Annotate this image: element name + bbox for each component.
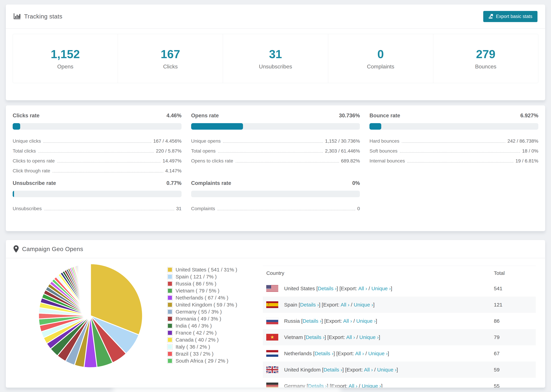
geo-title: Campaign Geo Opens bbox=[22, 245, 83, 252]
slash: / bbox=[367, 286, 371, 291]
export-all-link[interactable]: All › bbox=[358, 286, 367, 291]
export-icon bbox=[488, 14, 494, 19]
country-cell: United Kingdom [Details ›] [Export: All … bbox=[263, 366, 494, 373]
flag-es-icon bbox=[266, 301, 278, 308]
detail-row: Unique opens1,152 / 30.736% bbox=[191, 136, 360, 146]
detail-row: Unique clicks167 / 4.456% bbox=[13, 136, 182, 146]
bracket: ] bbox=[391, 286, 392, 291]
table-row: United Kingdom [Details ›] [Export: All … bbox=[263, 362, 536, 378]
bar-chart-icon bbox=[14, 13, 21, 20]
detail-row-label: Unique clicks bbox=[13, 138, 41, 144]
bracket: ] bbox=[381, 383, 382, 388]
tracking-stats-card: Tracking stats Export basic stats 1,152O… bbox=[6, 4, 545, 100]
detail-row: Internal bounces19 / 6.81% bbox=[369, 156, 538, 166]
stat-value: 1,152 bbox=[51, 47, 80, 61]
bracket: [ bbox=[315, 286, 318, 291]
table-row: Spain [Details ›] [Export: All › / Uniqu… bbox=[263, 297, 536, 313]
export-unique-link[interactable]: Unique › bbox=[377, 367, 396, 372]
legend-swatch bbox=[167, 295, 173, 301]
details-link[interactable]: Details › bbox=[306, 334, 325, 340]
geo-legend: United States ( 541 / 31% )Spain ( 121 /… bbox=[167, 266, 237, 364]
table-row: Netherlands [Details ›] [Export: All › /… bbox=[263, 345, 536, 362]
rate-panel-bounce-rate: Bounce rate6.927%Hard bounces242 / 86.73… bbox=[369, 112, 538, 176]
progress-bar bbox=[191, 123, 360, 130]
dotted-leader bbox=[402, 142, 505, 143]
legend-swatch bbox=[167, 267, 173, 273]
detail-row-label: Unsubscribes bbox=[13, 206, 42, 211]
slash: / bbox=[364, 351, 368, 356]
export-unique-link[interactable]: Unique › bbox=[354, 302, 373, 308]
progress-bar-fill bbox=[13, 191, 14, 197]
dotted-leader bbox=[218, 210, 355, 210]
export-unique-link[interactable]: Unique › bbox=[368, 351, 388, 356]
stat-box: 279Bounces bbox=[433, 34, 538, 83]
legend-label: Italy ( 36 / 2% ) bbox=[176, 344, 210, 350]
bracket: [ bbox=[321, 367, 324, 372]
geo-table: Country Total United States [Details ›] … bbox=[263, 266, 536, 388]
flag-gb-icon bbox=[266, 366, 278, 373]
export-all-link[interactable]: All › bbox=[349, 383, 357, 388]
legend-item: Canada ( 40 / 2% ) bbox=[167, 336, 237, 343]
total-cell: 67 bbox=[494, 351, 536, 357]
detail-row: Clicks to opens rate14.497% bbox=[13, 156, 182, 166]
tracking-stats-header: Tracking stats Export basic stats bbox=[6, 4, 545, 29]
legend-item: Russia ( 86 / 5% ) bbox=[167, 280, 237, 287]
stat-box: 31Unsubscribes bbox=[223, 34, 328, 83]
legend-label: Canada ( 40 / 2% ) bbox=[176, 337, 219, 343]
export-all-link[interactable]: All › bbox=[343, 318, 352, 324]
details-link[interactable]: Details › bbox=[315, 351, 333, 356]
detail-row-value: 0 bbox=[357, 206, 360, 211]
export-all-link[interactable]: All › bbox=[340, 302, 349, 308]
stat-label: Clicks bbox=[163, 63, 178, 70]
rate-panel-title: Bounce rate bbox=[369, 112, 400, 119]
export-basic-stats-button[interactable]: Export basic stats bbox=[483, 11, 537, 22]
legend-label: France ( 42 / 2% ) bbox=[176, 330, 217, 336]
rate-panel-rows: Unsubscribes31 bbox=[13, 204, 182, 214]
legend-label: South Africa ( 29 / 2% ) bbox=[176, 358, 228, 364]
stat-box: 0Complaints bbox=[328, 34, 433, 83]
details-link[interactable]: Details › bbox=[318, 286, 337, 291]
country-links: Spain [Details ›] [Export: All › / Uniqu… bbox=[284, 302, 374, 308]
export-unique-link[interactable]: Unique › bbox=[356, 318, 376, 324]
rate-panel-percent: 30.736% bbox=[339, 112, 360, 119]
export-all-link[interactable]: All › bbox=[346, 334, 355, 340]
legend-item: Spain ( 121 / 7% ) bbox=[167, 273, 237, 280]
detail-row-value: 689.82% bbox=[341, 158, 360, 164]
dotted-leader bbox=[400, 152, 520, 153]
detail-row-value: 31 bbox=[176, 206, 182, 211]
detail-row-label: Complaints bbox=[191, 206, 215, 211]
detail-row-value: 2,303 / 61.446% bbox=[325, 148, 360, 154]
stat-label: Complaints bbox=[367, 63, 394, 70]
country-links: United States [Details ›] [Export: All ›… bbox=[284, 286, 392, 291]
export-unique-link[interactable]: Unique › bbox=[359, 334, 379, 340]
legend-label: United States ( 541 / 31% ) bbox=[176, 267, 237, 273]
rates-grid: Clicks rate4.46%Unique clicks167 / 4.456… bbox=[6, 105, 545, 214]
rate-panel-head: Complaints rate0% bbox=[191, 180, 360, 186]
stat-value: 0 bbox=[377, 47, 384, 61]
details-link[interactable]: Details › bbox=[300, 302, 319, 308]
details-link[interactable]: Details › bbox=[323, 367, 342, 372]
export-all-link[interactable]: All › bbox=[355, 351, 364, 356]
export-all-link[interactable]: All › bbox=[364, 367, 373, 372]
table-row: Germany [Details ›] [Export: All › / Uni… bbox=[263, 378, 536, 388]
legend-swatch bbox=[167, 281, 173, 287]
legend-swatch bbox=[167, 288, 173, 294]
export-unique-link[interactable]: Unique › bbox=[371, 286, 391, 291]
detail-row-label: Total clicks bbox=[13, 148, 36, 154]
detail-row: Total opens2,303 / 61.446% bbox=[191, 146, 360, 156]
detail-row: Opens to clicks rate689.82% bbox=[191, 156, 360, 166]
progress-bar bbox=[369, 123, 538, 130]
legend-label: United Kingdom ( 59 / 3% ) bbox=[176, 302, 237, 308]
export-unique-link[interactable]: Unique › bbox=[362, 383, 381, 388]
bracket: ] bbox=[376, 318, 377, 324]
bracket: ] [Export: bbox=[337, 286, 358, 291]
country-cell: Russia [Details ›] [Export: All › / Uniq… bbox=[263, 318, 494, 324]
rate-panel-title: Opens rate bbox=[191, 112, 219, 119]
country-name: Russia bbox=[284, 318, 300, 324]
details-link[interactable]: Details › bbox=[303, 318, 322, 324]
rate-panel-rows: Unique clicks167 / 4.456%Total clicks220… bbox=[13, 136, 182, 176]
detail-row-value: 167 / 4.456% bbox=[153, 138, 182, 144]
legend-label: Russia ( 86 / 5% ) bbox=[176, 281, 216, 287]
dotted-leader bbox=[218, 152, 323, 153]
rate-panel-head: Opens rate30.736% bbox=[191, 112, 360, 119]
